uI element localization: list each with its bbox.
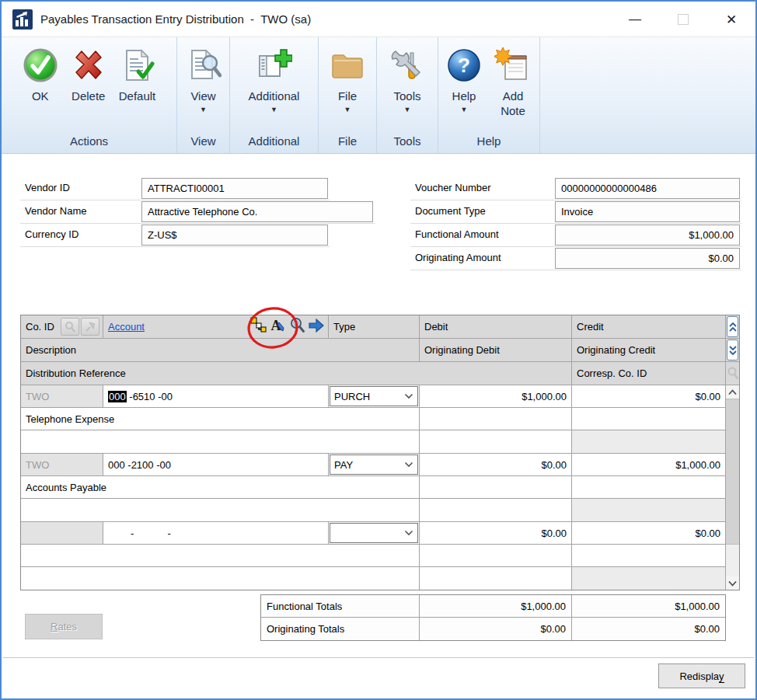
row2-type-cell: PAY [329,454,419,475]
row1-account-cell[interactable]: 000 -6510 -00 [103,385,328,407]
help-menu-button[interactable]: ? Help ▼ [442,42,486,116]
collapse-rows-button[interactable] [727,316,738,337]
additional-dropdown-caret-icon: ▼ [270,105,277,114]
toolbar-group-view: View ▼ View [177,37,230,153]
co-id-lookup-button[interactable] [61,318,79,336]
row2-description-cell[interactable]: Accounts Payable [21,476,419,498]
scroll-up-icon [728,389,737,395]
view-doc-magnifier-icon [186,44,222,87]
add-note-button[interactable]: Add Note [490,42,535,120]
voucher-number-row: Voucher Number 00000000000000486 [410,177,741,200]
row3-dist-reference-cell[interactable] [21,567,419,590]
vendor-name-value: Attractive Telephone Co. [141,201,373,222]
row3-credit-cell[interactable]: $0.00 [572,522,725,544]
vendor-id-value: ATTRACTI00001 [141,178,328,199]
row2-corresp-cell [572,499,725,521]
row1-credit-cell[interactable]: $0.00 [572,385,725,407]
window-title: Payables Transaction Entry Distribution … [40,12,311,26]
corresp-co-id-header: Corresp. Co. ID [572,362,725,385]
currency-id-row: Currency ID Z-US$ [20,224,330,247]
currency-id-value: Z-US$ [141,225,328,246]
scroll-thumb[interactable] [726,399,739,545]
row1-type-cell: PURCH [329,385,419,407]
voucher-number-label: Voucher Number [415,182,491,193]
file-dropdown-caret-icon: ▼ [344,105,351,114]
account-go-arrow-icon[interactable] [308,318,325,336]
view-menu-button[interactable]: View ▼ [182,42,225,116]
close-button[interactable]: ✕ [707,2,755,37]
document-type-label: Document Type [415,205,486,217]
row3-blank-debit-cell [420,567,571,590]
help-dropdown-caret-icon: ▼ [461,105,468,114]
originating-amount-value: $0.00 [555,248,740,269]
additional-plus-icon [255,44,292,87]
row2-credit-cell[interactable]: $1,000.00 [572,454,725,475]
svg-text:?: ? [458,54,470,77]
toolbar-group-help: ? Help ▼ Add Note He [438,37,540,153]
window-controls: — ✕ [611,2,755,37]
delete-button[interactable]: Delete [67,42,110,105]
expand-rows-button[interactable] [727,340,738,360]
distribution-grid: Co. ID Account A [20,315,740,590]
row1-corresp-cell [572,430,725,453]
account-hierarchy-icon[interactable] [250,317,267,336]
maximize-button[interactable] [659,2,707,37]
voucher-number-value: 00000000000000486 [555,178,740,199]
originating-totals-debit: $0.00 [420,618,571,640]
row1-orig-credit-cell [572,408,725,430]
row2-orig-debit-cell [420,476,571,498]
maximize-icon [678,14,689,25]
row3-debit-cell[interactable]: $0.00 [420,522,571,544]
toolbar-group-label-help: Help [438,131,539,153]
document-type-row: Document Type Invoice [410,200,741,224]
redisplay-button[interactable]: Redisplay [658,663,745,688]
toolbar-group-label-view: View [177,131,229,153]
rates-button[interactable]: Rates [25,614,103,639]
footer-divider [3,657,754,659]
row3-description-cell[interactable] [21,545,419,566]
grid-scrollbar[interactable] [726,385,739,590]
analytical-accounting-icon[interactable]: A [269,316,288,337]
row2-blank-debit-cell [420,499,571,521]
toolbar-group-label-file: File [319,131,376,153]
scroll-down-icon [728,580,737,587]
vendor-id-row: Vendor ID ATTRACTI00001 [20,177,330,200]
row2-dist-reference-cell[interactable] [21,499,419,521]
functional-totals-credit: $1,000.00 [572,595,725,617]
functional-amount-label: Functional Amount [415,228,499,240]
scroll-up-button[interactable] [726,385,739,399]
originating-amount-label: Originating Amount [415,252,501,263]
row1-debit-cell[interactable]: $1,000.00 [420,385,571,407]
tools-menu-button[interactable]: Tools ▼ [385,42,429,116]
file-folder-icon [330,44,365,87]
minimize-button[interactable]: — [611,2,659,37]
toolbar: OK Delete [2,37,755,154]
originating-amount-row: Originating Amount $0.00 [410,247,741,270]
ok-button[interactable]: OK [19,42,62,105]
credit-header: Credit [572,315,725,338]
originating-totals-label: Originating Totals [261,618,419,640]
functional-amount-row: Functional Amount $1,000.00 [410,224,741,247]
account-magnifier-icon[interactable] [289,317,306,336]
document-type-value: Invoice [555,201,740,222]
functional-totals-label: Functional Totals [261,595,419,617]
row2-account-cell[interactable]: 000 -2100 -00 [103,454,328,475]
row3-type-dropdown[interactable] [330,523,418,543]
corresp-lookup-icon [726,362,739,385]
additional-menu-button[interactable]: Additional ▼ [245,42,304,116]
file-menu-button[interactable]: File ▼ [326,42,369,116]
row1-dist-reference-cell[interactable] [21,430,419,453]
row1-description-cell[interactable]: Telephone Expense [21,408,419,430]
row2-debit-cell[interactable]: $0.00 [420,454,571,475]
co-id-lookup-button-2[interactable] [81,318,99,336]
row1-type-dropdown[interactable]: PURCH [330,386,418,406]
row3-account-cell[interactable]: - - [103,522,328,544]
default-button[interactable]: Default [115,42,160,105]
row2-type-dropdown[interactable]: PAY [330,454,418,475]
scroll-down-button[interactable] [726,576,739,590]
account-link[interactable]: Account [108,321,145,333]
row3-corresp-cell [572,567,725,590]
toolbar-group-tools: Tools ▼ Tools [377,37,438,153]
row3-type-cell [329,522,419,544]
content-area: Vendor ID ATTRACTI00001 Vendor Name Attr… [2,154,755,698]
